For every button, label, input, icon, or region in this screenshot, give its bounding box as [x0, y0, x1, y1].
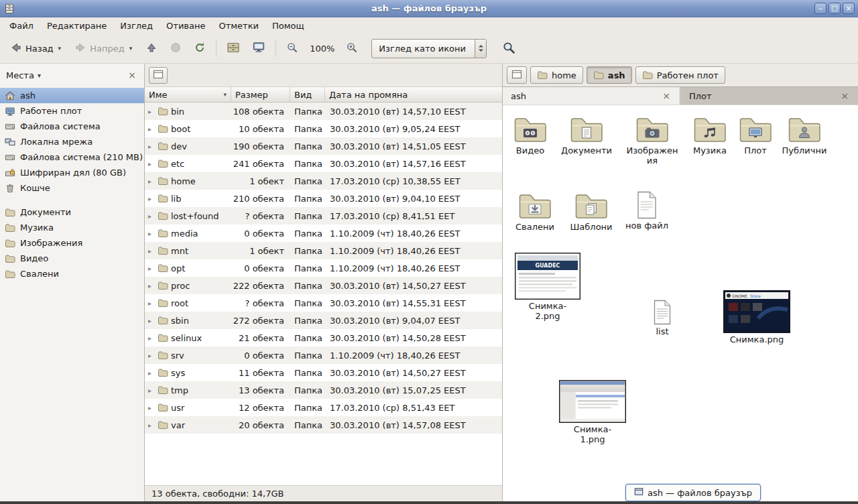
forward-history-dropdown-icon[interactable]: ▾	[128, 45, 134, 52]
sidebar-item[interactable]: Шифриран дял (80 GB)	[0, 165, 144, 180]
titlebar[interactable]: ash — файлов браузър ‒ □ ×	[0, 0, 858, 17]
file-row[interactable]: ▸srv0 обектаПапка1.10.2009 (чт) 18,40,26…	[145, 346, 502, 364]
icon-view-item[interactable]: Публични	[778, 115, 831, 156]
up-button[interactable]	[140, 37, 163, 60]
file-row[interactable]: ▸proc222 обектаПапка30.03.2010 (вт) 14,5…	[145, 277, 502, 294]
icon-view-item[interactable]: list	[635, 300, 689, 337]
pathbar-root-button[interactable]	[507, 66, 527, 84]
icon-view-item[interactable]: Музика	[684, 115, 735, 156]
path-button[interactable]: Работен плот	[635, 66, 725, 84]
icon-view-item[interactable]: GUADECСнимка-2.png	[515, 253, 580, 322]
expander-icon[interactable]: ▸	[148, 317, 155, 324]
file-row[interactable]: ▸sys11 обектаПапка30.03.2010 (вт) 14,50,…	[145, 364, 502, 381]
icon-view-item[interactable]: нов файл	[620, 191, 674, 231]
menu-item[interactable]: Редактиране	[40, 19, 113, 33]
file-row[interactable]: ▸opt0 обектаПапка1.10.2009 (чт) 18,40,26…	[145, 259, 502, 277]
expander-icon[interactable]: ▸	[148, 143, 155, 150]
close-button[interactable]: ×	[843, 3, 855, 14]
icon-view-item[interactable]: GNOMEStoreСнимка.png	[721, 290, 792, 345]
file-row[interactable]: ▸dev190 обектаПапка30.03.2010 (вт) 14,51…	[145, 137, 502, 155]
file-row[interactable]: ▸sbin272 обектаПапка30.03.2010 (вт) 9,04…	[145, 312, 502, 329]
sidebar-close-icon[interactable]: ×	[126, 70, 138, 80]
file-row[interactable]: ▸home1 обектПапка17.03.2010 (ср) 10,38,5…	[145, 172, 502, 190]
expander-icon[interactable]: ▸	[148, 369, 155, 377]
expander-icon[interactable]: ▸	[148, 282, 155, 290]
icon-view-item[interactable]: Свалени	[509, 191, 560, 233]
expander-icon[interactable]: ▸	[148, 387, 155, 394]
expander-icon[interactable]: ▸	[148, 265, 155, 272]
zoom-out-button[interactable]	[281, 37, 304, 60]
expander-icon[interactable]: ▸	[148, 212, 155, 220]
sidebar-item[interactable]: Локална мрежа	[0, 134, 144, 149]
column-header[interactable]: Размер	[231, 87, 290, 102]
sidebar-item[interactable]: Кошче	[0, 180, 144, 196]
sidebar-item[interactable]: Файлова система	[0, 119, 144, 134]
icon-view-item[interactable]: Снимка-1.png	[557, 380, 628, 445]
expander-icon[interactable]: ▸	[148, 160, 155, 168]
expander-icon[interactable]: ▸	[148, 230, 155, 237]
file-row[interactable]: ▸usr12 обектаПапка17.03.2010 (ср) 8,51,4…	[145, 399, 502, 416]
icon-view-item[interactable]: Плот	[733, 115, 778, 156]
menu-item[interactable]: Файл	[3, 19, 40, 33]
computer-button[interactable]	[247, 37, 271, 60]
sidebar-item[interactable]: Видео	[0, 251, 144, 266]
file-row[interactable]: ▸var20 обектаПапка30.03.2010 (вт) 14,57,…	[145, 416, 502, 434]
sidebar-item[interactable]: Музика	[0, 220, 144, 235]
taskbar-window-button[interactable]: ash — файлов браузър	[625, 484, 761, 501]
sidebar-item[interactable]: Свалени	[0, 266, 144, 281]
file-row[interactable]: ▸etc241 обектаПапка30.03.2010 (вт) 14,57…	[145, 155, 502, 172]
file-row[interactable]: ▸tmp13 обектаПапка30.03.2010 (вт) 15,07,…	[145, 381, 502, 399]
file-row[interactable]: ▸mnt1 обектПапка1.10.2009 (чт) 18,40,26 …	[145, 242, 502, 259]
icon-view-item[interactable]: Видео	[505, 115, 556, 156]
icon-view-item[interactable]: Изображения	[624, 115, 680, 166]
menu-item[interactable]: Помощ	[265, 19, 311, 33]
file-row[interactable]: ▸media0 обектаПапка1.10.2009 (чт) 18,40,…	[145, 225, 502, 242]
menu-item[interactable]: Изглед	[113, 19, 160, 33]
sidebar-item[interactable]: Изображения	[0, 235, 144, 251]
zoom-in-button[interactable]	[341, 37, 363, 60]
sidebar-item[interactable]: Файлова система (210 MB)	[0, 149, 144, 165]
sort-indicator-icon[interactable]: ▾	[223, 91, 227, 98]
file-row[interactable]: ▸lib210 обектаПапка30.03.2010 (вт) 9,04,…	[145, 190, 502, 207]
expander-icon[interactable]: ▸	[148, 334, 155, 342]
menu-item[interactable]: Отиване	[160, 19, 212, 33]
expander-icon[interactable]: ▸	[148, 300, 155, 307]
combobox-stepper-icon[interactable]	[475, 40, 486, 58]
menu-item[interactable]: Отметки	[212, 19, 265, 33]
file-row[interactable]: ▸boot10 обектаПапка30.03.2010 (вт) 9,05,…	[145, 120, 502, 137]
icon-view-item[interactable]: Шаблони	[566, 191, 617, 233]
back-button[interactable]: Назад ▾	[5, 37, 68, 60]
file-row[interactable]: ▸lost+found? обектаПапка17.03.2010 (ср) …	[145, 207, 502, 225]
expander-icon[interactable]: ▸	[148, 195, 155, 202]
expander-icon[interactable]: ▸	[148, 108, 155, 115]
expander-icon[interactable]: ▸	[148, 422, 155, 429]
icon-view-item[interactable]: Документи	[558, 115, 615, 156]
sidebar-item[interactable]: Работен плот	[0, 103, 144, 119]
tab[interactable]: ash×	[503, 87, 680, 105]
expander-icon[interactable]: ▸	[148, 247, 155, 255]
maximize-button[interactable]: □	[829, 3, 841, 14]
home-folder-button[interactable]	[221, 37, 245, 60]
tab-close-icon[interactable]: ×	[839, 90, 850, 101]
file-row[interactable]: ▸selinux21 обектаПапка30.03.2010 (вт) 14…	[145, 329, 502, 346]
icon-view[interactable]: ВидеоДокументиИзображенияМузикаПлотПубли…	[503, 105, 858, 501]
back-history-dropdown-icon[interactable]: ▾	[57, 45, 63, 52]
sidebar-item[interactable]: ash	[0, 88, 144, 103]
file-row[interactable]: ▸bin108 обектаПапка30.03.2010 (вт) 14,57…	[145, 103, 502, 120]
view-mode-combobox[interactable]: Изглед като икони	[371, 39, 487, 58]
expander-icon[interactable]: ▸	[148, 178, 155, 185]
stop-button[interactable]	[164, 37, 187, 60]
expander-icon[interactable]: ▸	[148, 352, 155, 359]
search-button[interactable]	[499, 38, 519, 60]
sidebar-item[interactable]: Документи	[0, 204, 144, 220]
expander-icon[interactable]: ▸	[148, 404, 155, 412]
column-header[interactable]: Вид	[290, 87, 325, 102]
column-header[interactable]: Дата на промяна	[325, 87, 502, 102]
minimize-button[interactable]: ‒	[814, 3, 826, 14]
tab[interactable]: Плот×	[680, 87, 858, 105]
path-button[interactable]: ash	[587, 66, 632, 84]
reload-button[interactable]	[188, 37, 211, 60]
sidebar-title[interactable]: Места	[6, 70, 34, 80]
expander-icon[interactable]: ▸	[148, 125, 155, 133]
path-button[interactable]: home	[530, 66, 583, 84]
